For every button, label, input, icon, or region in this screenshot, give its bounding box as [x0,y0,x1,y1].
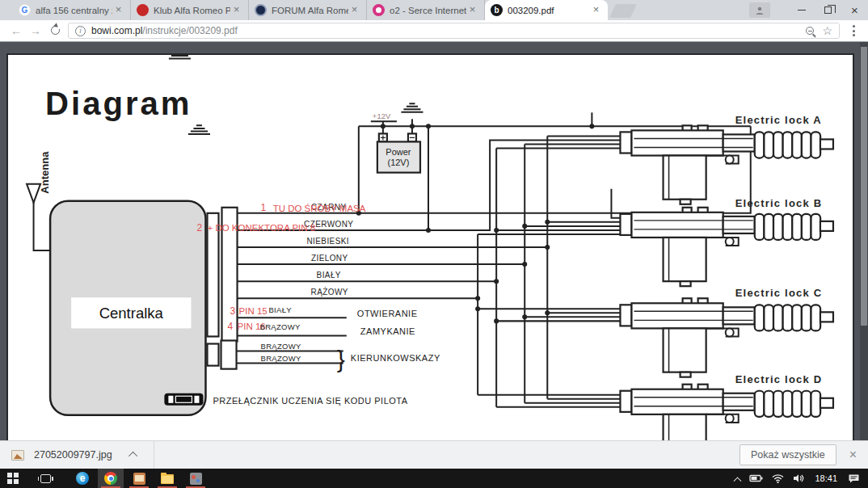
tab-close-icon[interactable]: × [112,4,124,16]
download-separator [154,441,154,469]
pdf-viewer: Power (12V) +12V Antenna Centralka [0,41,868,440]
page-info-icon[interactable]: i [75,26,86,36]
scrollbar-thumb[interactable] [861,47,867,326]
tab-close-icon[interactable]: × [466,4,478,16]
tab-o2[interactable]: o2 - Serce Internetu × [367,0,485,20]
close-window-button[interactable]: × [841,0,868,20]
turn-wire2-label: BRĄZOWY [261,354,302,363]
taskbar-explorer-button[interactable] [154,469,180,488]
tab-close-icon[interactable]: × [348,4,360,16]
forward-button[interactable]: → [26,24,45,37]
tab-klub-alfa-romeo[interactable]: Klub Alfa Romeo Pomorze × [131,0,249,20]
reload-icon [51,26,60,35]
taskbar-edge-button[interactable]: e [70,469,95,488]
speaker-icon[interactable] [793,473,804,483]
tray-expand-chevron-icon[interactable] [734,477,742,485]
minimize-button[interactable] [788,0,815,20]
centralka-label: Centralka [99,305,164,322]
windows-logo-icon [7,473,19,484]
taskbar-media-button[interactable] [183,469,209,488]
action-center-icon[interactable] [848,473,860,484]
reload-button[interactable] [45,24,65,37]
tab-alfa-156[interactable]: G alfa 156 centralny zamek × [13,0,131,20]
note4-number: 4 [228,321,234,332]
taskbar-chrome-button[interactable] [98,469,124,488]
bowi-favicon-icon: b [491,4,503,16]
lock-c-label: Electric lock C [735,287,823,299]
wire-label-bialy: BIAŁY [317,271,341,280]
note2-number: 2 [196,222,202,233]
start-button[interactable] [0,469,26,488]
lock-a-label: Electric lock A [735,114,822,126]
person-icon [755,6,765,15]
brace-glyph: } [337,346,345,372]
tab-close-icon[interactable]: × [230,4,242,16]
forum-favicon-icon [255,4,267,16]
tab-strip: G alfa 156 centralny zamek × Klub Alfa R… [0,0,868,20]
tab-003209-pdf-active[interactable]: b 003209.pdf × [485,0,608,20]
note2-text: + DO KONEKTORA PIN 8 [207,223,315,233]
wire-label-zielony: ZIELONY [311,254,348,263]
media-app-icon [190,473,202,485]
note3-text: PIN 15 [239,306,268,316]
note3-number: 3 [230,305,236,317]
google-favicon-icon: G [19,4,31,16]
tab-close-icon[interactable]: × [590,4,602,16]
tab-title: 003209.pdf [508,6,590,15]
chrome-icon [104,472,117,485]
note1-number: 1 [261,202,267,213]
power-voltage-label: (12V) [387,158,409,167]
close-icon: × [851,3,858,17]
download-bar-close-icon[interactable]: × [849,448,857,462]
o2-favicon-icon [373,4,385,16]
lock-d-label: Electric lock D [735,373,823,385]
pin15-wire-label: BIAŁY [268,305,292,314]
wire-label-niebieski: NIEBIESKI [306,237,349,246]
taskbar-photos-button[interactable] [126,469,152,488]
plus-12v-label: +12V [373,111,391,120]
url-path: /instrukcje/003209.pdf [142,25,237,36]
download-filename[interactable]: 27052009797.jpg [34,449,112,461]
restore-icon [824,6,832,14]
photos-app-icon [133,473,145,485]
note1-text: TU DO ŚRÓBY MASA [273,204,366,213]
download-item[interactable]: 27052009797.jpg [11,449,137,461]
browser-toolbar: ← → i bowi.com.pl/instrukcje/003209.pdf … [0,20,868,41]
wire-label-razowy: RĄŻOWY [311,287,348,297]
windows-taskbar: e 18:41 [0,469,868,488]
clock[interactable]: 18:41 [815,473,837,483]
zoom-out-icon[interactable] [806,27,814,35]
klub-favicon-icon [137,4,149,16]
download-options-chevron-icon[interactable] [129,452,137,461]
address-bar[interactable]: i bowi.com.pl/instrukcje/003209.pdf ☆ [68,23,840,39]
task-view-icon [40,474,51,483]
bookmark-star-icon[interactable]: ☆ [822,25,832,36]
pdf-scrollbar[interactable] [860,42,868,440]
tab-title: FORUM Alfa Romeo Club [272,6,348,15]
close-label: ZAMYKANIE [360,326,415,336]
window-controls: × [749,0,868,20]
browser-menu-button[interactable] [846,25,862,36]
diagram-title: Diagram [45,86,192,122]
pin16-wire-label: BRĄZOWY [260,322,301,331]
turn-signal-connector [207,340,236,368]
tab-title: Klub Alfa Romeo Pomorze [154,6,230,15]
wifi-icon[interactable] [772,473,784,483]
back-button[interactable]: ← [6,24,26,37]
tab-forum-alfa-romeo[interactable]: FORUM Alfa Romeo Club × [249,0,367,20]
download-bar: 27052009797.jpg Pokaż wszystkie × [0,440,868,469]
centralka-unit: Centralka [50,201,205,415]
image-file-icon [11,450,24,461]
tab-title: o2 - Serce Internetu [390,6,466,15]
restore-button[interactable] [815,0,841,20]
antenna-label: Antenna [39,151,51,194]
power-label: Power [386,147,411,157]
profile-button[interactable] [749,2,770,18]
lock-b-label: Electric lock B [735,197,823,209]
show-all-downloads-button[interactable]: Pokaż wszystkie [739,444,836,465]
task-view-button[interactable] [32,469,58,488]
system-tray: 18:41 [735,473,868,484]
minimize-icon [798,10,806,11]
new-tab-button[interactable] [609,4,637,18]
battery-icon[interactable] [749,473,763,483]
